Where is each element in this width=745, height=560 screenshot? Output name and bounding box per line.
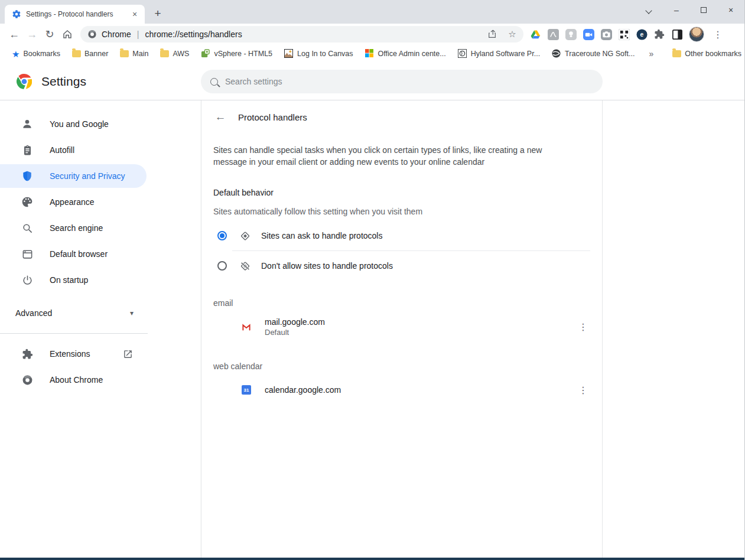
radio-option-0[interactable]: Sites can ask to handle protocols (201, 221, 602, 250)
globe-icon (552, 49, 561, 58)
star-icon: ★ (12, 50, 19, 58)
sidebar-item-security-and-privacy[interactable]: Security and Privacy (0, 164, 147, 188)
autofill-icon (21, 144, 33, 156)
other-bookmarks-button[interactable]: Other bookmarks (668, 48, 745, 60)
drive-icon[interactable] (529, 28, 541, 40)
radio-option-label: Don't allow sites to handle protocols (261, 261, 393, 271)
search-icon (210, 78, 218, 86)
back-icon[interactable]: ← (6, 26, 22, 43)
reader-panel-icon[interactable] (671, 28, 683, 40)
more-actions-icon[interactable]: ⋮ (574, 318, 593, 337)
sidebar-item-label: Autofill (50, 145, 74, 155)
refresh-icon[interactable]: ↻ (41, 26, 58, 43)
protocol-handler-icon (240, 230, 250, 241)
microsoft-icon (365, 49, 375, 58)
tab-search-chevron-icon[interactable] (636, 0, 663, 20)
sidebar-item-default-browser[interactable]: Default browser (0, 242, 147, 266)
shield-icon (21, 170, 33, 182)
svg-text:e: e (640, 31, 643, 38)
sidebar-item-label: Appearance (50, 197, 95, 207)
zoom-icon[interactable] (583, 28, 594, 40)
handler-site: calendar.google.com (265, 385, 341, 395)
bookmark-label: Bookmarks (23, 50, 60, 58)
handler-site: mail.google.com (265, 317, 325, 327)
section-label-email: email (201, 281, 602, 310)
sidebar-item-on-startup[interactable]: On startup (0, 268, 147, 292)
address-bar[interactable]: Chrome | chrome://settings/handlers ☆ (80, 26, 523, 43)
bookmark-label: AWS (173, 50, 189, 58)
bookmark-folder-aws[interactable]: AWS (155, 48, 194, 60)
power-icon (21, 274, 33, 286)
sidebar-item-appearance[interactable]: Appearance (0, 190, 147, 214)
vsphere-icon (201, 49, 210, 58)
bookmark-item-vsphere[interactable]: vSphere - HTML5 (196, 47, 277, 60)
bookmark-item-hyland[interactable]: Hyland Software Pr... (453, 47, 545, 60)
bookmark-item-canvas[interactable]: Log In to Canvas (279, 47, 358, 60)
disabled-extension-icon[interactable] (565, 28, 577, 40)
acrobat-icon[interactable] (547, 28, 559, 40)
bookmark-folder-main[interactable]: Main (115, 48, 153, 60)
calendar-icon: 31 (241, 385, 252, 395)
folder-icon (72, 50, 81, 57)
sidebar-item-label: Extensions (50, 349, 90, 359)
e-badge-icon[interactable]: e (636, 28, 648, 40)
page-app-title: Settings (41, 74, 86, 89)
hyland-icon (458, 49, 467, 58)
radio-option-1[interactable]: Don't allow sites to handle protocols (201, 251, 602, 281)
settings-search-input[interactable] (225, 77, 593, 86)
folder-icon (160, 50, 169, 57)
maximize-button[interactable] (690, 0, 717, 20)
palette-icon (21, 196, 33, 208)
advanced-label: Advanced (15, 308, 52, 318)
profile-avatar[interactable] (689, 27, 704, 42)
bookmark-item-office-admin[interactable]: Office Admin cente... (360, 47, 451, 60)
new-tab-button[interactable]: + (149, 5, 166, 22)
qr-scanner-icon[interactable] (618, 28, 630, 40)
more-actions-icon[interactable]: ⋮ (574, 380, 593, 399)
browser-tab[interactable]: Settings - Protocol handlers × (5, 5, 145, 24)
bookmark-label: vSphere - HTML5 (214, 50, 272, 58)
handler-note: Default (265, 328, 325, 337)
sidebar-item-label: Search engine (50, 223, 103, 233)
protocol-handler-blocked-icon (240, 261, 250, 271)
chevron-down-icon: ▾ (130, 309, 134, 317)
sidebar-advanced-toggle[interactable]: Advanced ▾ (0, 301, 147, 325)
radio-button[interactable] (217, 261, 227, 271)
gmail-icon (241, 322, 252, 333)
radio-button[interactable] (217, 231, 227, 240)
sidebar-item-you-and-google[interactable]: You and Google (0, 112, 147, 136)
url-value: chrome://settings/handlers (145, 30, 242, 39)
sidebar-item-autofill[interactable]: Autofill (0, 138, 147, 162)
bookmark-star-icon[interactable]: ☆ (505, 27, 520, 42)
handler-row-calendar: 31 calendar.google.com ⋮ (201, 373, 602, 406)
bookmark-label: Hyland Software Pr... (471, 50, 540, 58)
search-icon (21, 222, 33, 234)
calendar-icon-text: 31 (242, 385, 251, 395)
bookmark-item-bookmarks[interactable]: ★ Bookmarks (7, 48, 65, 60)
forward-icon[interactable]: → (24, 26, 40, 43)
camera-icon[interactable] (600, 28, 612, 40)
sidebar-item-label: About Chrome (50, 375, 103, 385)
bookmark-folder-banner[interactable]: Banner (67, 48, 113, 60)
close-window-button[interactable]: × (717, 0, 744, 20)
protocol-handlers-card: ← Protocol handlers Sites can handle spe… (201, 100, 603, 558)
browser-menu-icon[interactable]: ⋮ (710, 27, 726, 42)
share-icon[interactable] (484, 27, 500, 42)
home-icon[interactable] (59, 26, 76, 43)
tab-close-icon[interactable]: × (129, 9, 140, 19)
window-controls: – × (636, 0, 744, 20)
sidebar-item-extensions[interactable]: Extensions (0, 342, 147, 366)
titlebar: Settings - Protocol handlers × + – × (0, 0, 744, 24)
page-title: Protocol handlers (238, 112, 307, 122)
bookmark-item-traceroute[interactable]: Traceroute NG Soft... (547, 47, 639, 60)
bookmarks-overflow-icon[interactable]: » (644, 49, 658, 58)
back-arrow-button[interactable]: ← (210, 106, 231, 128)
bookmarks-bar: ★ Bookmarks Banner Main AWS vSphere - HT… (0, 45, 744, 63)
settings-search[interactable] (201, 70, 603, 93)
puzzle-icon[interactable] (653, 28, 665, 40)
settings-header: Settings (0, 63, 744, 100)
folder-icon (120, 50, 129, 57)
minimize-button[interactable]: – (663, 0, 690, 20)
sidebar-item-about-chrome[interactable]: About Chrome (0, 368, 147, 392)
sidebar-item-search-engine[interactable]: Search engine (0, 216, 147, 240)
